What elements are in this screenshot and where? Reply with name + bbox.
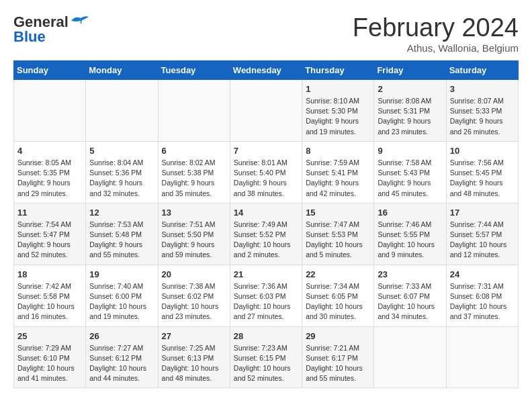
day-info: Sunrise: 7:25 AM Sunset: 6:13 PM Dayligh…: [162, 343, 226, 384]
day-info: Sunrise: 7:29 AM Sunset: 6:10 PM Dayligh…: [17, 343, 82, 384]
calendar-cell: 27Sunrise: 7:25 AM Sunset: 6:13 PM Dayli…: [158, 326, 230, 388]
calendar-cell: 2Sunrise: 8:08 AM Sunset: 5:31 PM Daylig…: [374, 80, 446, 142]
header-cell-wednesday: Wednesday: [230, 61, 302, 80]
calendar-header: SundayMondayTuesdayWednesdayThursdayFrid…: [14, 61, 519, 80]
day-info: Sunrise: 7:34 AM Sunset: 6:05 PM Dayligh…: [306, 281, 370, 322]
day-info: Sunrise: 7:44 AM Sunset: 5:57 PM Dayligh…: [450, 220, 515, 261]
day-info: Sunrise: 8:05 AM Sunset: 5:35 PM Dayligh…: [17, 158, 82, 199]
header-cell-saturday: Saturday: [446, 61, 518, 80]
day-number: 12: [89, 208, 154, 218]
calendar-cell: [86, 80, 158, 142]
day-number: 29: [306, 331, 370, 341]
day-number: 26: [89, 331, 154, 341]
calendar-cell: 12Sunrise: 7:53 AM Sunset: 5:48 PM Dayli…: [86, 203, 158, 265]
day-number: 7: [234, 146, 298, 156]
calendar-cell: 8Sunrise: 7:59 AM Sunset: 5:41 PM Daylig…: [302, 141, 374, 203]
calendar-cell: 19Sunrise: 7:40 AM Sunset: 6:00 PM Dayli…: [86, 265, 158, 326]
calendar-cell: [230, 80, 302, 142]
calendar-body: 1Sunrise: 8:10 AM Sunset: 5:30 PM Daylig…: [14, 80, 519, 388]
day-number: 17: [450, 208, 515, 218]
day-number: 6: [162, 146, 226, 156]
calendar-cell: 10Sunrise: 7:56 AM Sunset: 5:45 PM Dayli…: [446, 141, 518, 203]
day-info: Sunrise: 7:33 AM Sunset: 6:07 PM Dayligh…: [378, 281, 442, 322]
calendar-week-row: 18Sunrise: 7:42 AM Sunset: 5:58 PM Dayli…: [14, 265, 519, 326]
day-info: Sunrise: 7:40 AM Sunset: 6:00 PM Dayligh…: [89, 281, 154, 322]
day-number: 27: [162, 331, 226, 341]
calendar-week-row: 25Sunrise: 7:29 AM Sunset: 6:10 PM Dayli…: [14, 326, 519, 388]
day-info: Sunrise: 7:42 AM Sunset: 5:58 PM Dayligh…: [17, 281, 82, 322]
header-cell-monday: Monday: [86, 61, 158, 80]
day-info: Sunrise: 7:54 AM Sunset: 5:47 PM Dayligh…: [17, 220, 82, 261]
day-number: 13: [162, 208, 226, 218]
day-info: Sunrise: 7:47 AM Sunset: 5:53 PM Dayligh…: [306, 220, 370, 261]
day-info: Sunrise: 8:01 AM Sunset: 5:40 PM Dayligh…: [234, 158, 298, 199]
page-header: General Blue February 2024 Athus, Wallon…: [13, 13, 519, 54]
day-number: 2: [378, 84, 442, 94]
day-number: 5: [89, 146, 154, 156]
header-cell-friday: Friday: [374, 61, 446, 80]
calendar-cell: 6Sunrise: 8:02 AM Sunset: 5:38 PM Daylig…: [158, 141, 230, 203]
calendar-cell: 20Sunrise: 7:38 AM Sunset: 6:02 PM Dayli…: [158, 265, 230, 326]
calendar-cell: 13Sunrise: 7:51 AM Sunset: 5:50 PM Dayli…: [158, 203, 230, 265]
header-row: SundayMondayTuesdayWednesdayThursdayFrid…: [14, 61, 519, 80]
calendar-cell: 26Sunrise: 7:27 AM Sunset: 6:12 PM Dayli…: [86, 326, 158, 388]
day-number: 18: [17, 269, 82, 279]
calendar-cell: 4Sunrise: 8:05 AM Sunset: 5:35 PM Daylig…: [14, 141, 86, 203]
calendar-cell: 22Sunrise: 7:34 AM Sunset: 6:05 PM Dayli…: [302, 265, 374, 326]
calendar-cell: 21Sunrise: 7:36 AM Sunset: 6:03 PM Dayli…: [230, 265, 302, 326]
calendar-cell: [446, 326, 518, 388]
day-number: 25: [17, 331, 82, 341]
day-info: Sunrise: 7:58 AM Sunset: 5:43 PM Dayligh…: [378, 158, 442, 199]
day-info: Sunrise: 8:08 AM Sunset: 5:31 PM Dayligh…: [378, 96, 442, 137]
day-number: 21: [234, 269, 298, 279]
day-info: Sunrise: 7:56 AM Sunset: 5:45 PM Dayligh…: [450, 158, 515, 199]
logo-bird-icon: [70, 14, 90, 28]
day-number: 9: [378, 146, 442, 156]
header-cell-tuesday: Tuesday: [158, 61, 230, 80]
day-info: Sunrise: 7:36 AM Sunset: 6:03 PM Dayligh…: [234, 281, 298, 322]
calendar-cell: [374, 326, 446, 388]
calendar-cell: 11Sunrise: 7:54 AM Sunset: 5:47 PM Dayli…: [14, 203, 86, 265]
calendar-cell: 25Sunrise: 7:29 AM Sunset: 6:10 PM Dayli…: [14, 326, 86, 388]
day-info: Sunrise: 8:02 AM Sunset: 5:38 PM Dayligh…: [162, 158, 226, 199]
logo: General Blue: [13, 13, 90, 46]
day-info: Sunrise: 7:38 AM Sunset: 6:02 PM Dayligh…: [162, 281, 226, 322]
calendar-cell: 24Sunrise: 7:31 AM Sunset: 6:08 PM Dayli…: [446, 265, 518, 326]
calendar-cell: 9Sunrise: 7:58 AM Sunset: 5:43 PM Daylig…: [374, 141, 446, 203]
header-cell-thursday: Thursday: [302, 61, 374, 80]
day-number: 14: [234, 208, 298, 218]
day-info: Sunrise: 8:04 AM Sunset: 5:36 PM Dayligh…: [89, 158, 154, 199]
day-number: 11: [17, 208, 82, 218]
day-number: 8: [306, 146, 370, 156]
day-info: Sunrise: 7:53 AM Sunset: 5:48 PM Dayligh…: [89, 220, 154, 261]
day-info: Sunrise: 7:51 AM Sunset: 5:50 PM Dayligh…: [162, 220, 226, 261]
calendar-cell: 17Sunrise: 7:44 AM Sunset: 5:57 PM Dayli…: [446, 203, 518, 265]
day-info: Sunrise: 7:46 AM Sunset: 5:55 PM Dayligh…: [378, 220, 442, 261]
calendar-cell: 18Sunrise: 7:42 AM Sunset: 5:58 PM Dayli…: [14, 265, 86, 326]
day-number: 19: [89, 269, 154, 279]
calendar-cell: [14, 80, 86, 142]
calendar-cell: [158, 80, 230, 142]
calendar-cell: 7Sunrise: 8:01 AM Sunset: 5:40 PM Daylig…: [230, 141, 302, 203]
day-number: 3: [450, 84, 515, 94]
day-number: 4: [17, 146, 82, 156]
calendar-cell: 15Sunrise: 7:47 AM Sunset: 5:53 PM Dayli…: [302, 203, 374, 265]
day-info: Sunrise: 7:59 AM Sunset: 5:41 PM Dayligh…: [306, 158, 370, 199]
calendar-cell: 5Sunrise: 8:04 AM Sunset: 5:36 PM Daylig…: [86, 141, 158, 203]
day-info: Sunrise: 8:07 AM Sunset: 5:33 PM Dayligh…: [450, 96, 515, 137]
calendar-cell: 14Sunrise: 7:49 AM Sunset: 5:52 PM Dayli…: [230, 203, 302, 265]
day-info: Sunrise: 7:27 AM Sunset: 6:12 PM Dayligh…: [89, 343, 154, 384]
day-number: 23: [378, 269, 442, 279]
day-info: Sunrise: 7:31 AM Sunset: 6:08 PM Dayligh…: [450, 281, 515, 322]
day-info: Sunrise: 7:23 AM Sunset: 6:15 PM Dayligh…: [234, 343, 298, 384]
day-info: Sunrise: 8:10 AM Sunset: 5:30 PM Dayligh…: [306, 96, 370, 137]
day-number: 16: [378, 208, 442, 218]
calendar-cell: 3Sunrise: 8:07 AM Sunset: 5:33 PM Daylig…: [446, 80, 518, 142]
header-cell-sunday: Sunday: [14, 61, 86, 80]
day-number: 20: [162, 269, 226, 279]
day-number: 22: [306, 269, 370, 279]
title-section: February 2024 Athus, Wallonia, Belgium: [353, 13, 519, 54]
month-year-title: February 2024: [353, 13, 519, 42]
location-subtitle: Athus, Wallonia, Belgium: [353, 42, 519, 54]
day-number: 1: [306, 84, 370, 94]
